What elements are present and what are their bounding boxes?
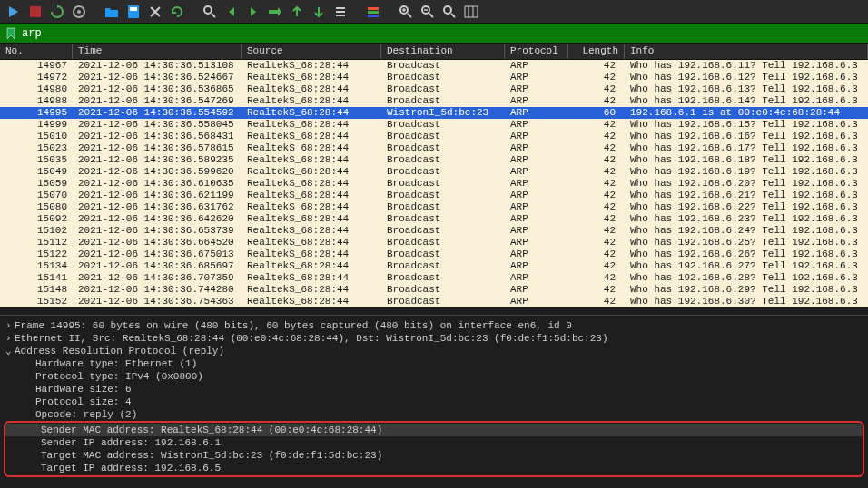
svg-point-2 (77, 10, 81, 14)
header-destination[interactable]: Destination (381, 44, 505, 59)
detail-arp-header[interactable]: ⌄Address Resolution Protocol (reply) (0, 345, 868, 357)
svg-line-22 (451, 14, 455, 17)
packet-row[interactable]: 150492021-12-06 14:30:36.599620RealtekS_… (0, 166, 868, 178)
svg-point-21 (444, 6, 451, 14)
packet-row[interactable]: 151482021-12-06 14:30:36.744280RealtekS_… (0, 284, 868, 296)
save-file-button[interactable] (123, 2, 143, 22)
svg-rect-7 (269, 10, 278, 14)
svg-rect-9 (336, 11, 345, 13)
restart-capture-button[interactable] (47, 2, 67, 22)
go-back-button[interactable] (222, 2, 242, 22)
start-capture-button[interactable] (4, 2, 24, 22)
detail-sender-ip[interactable]: Sender IP address: 192.168.6.1 (5, 436, 863, 449)
resize-columns-button[interactable] (461, 2, 481, 22)
packet-row[interactable]: 150232021-12-06 14:30:36.578615RealtekS_… (0, 142, 868, 154)
go-first-button[interactable] (287, 2, 307, 22)
svg-rect-23 (465, 6, 478, 17)
packet-row[interactable]: 149882021-12-06 14:30:36.547269RealtekS_… (0, 95, 868, 107)
colorize-button[interactable] (363, 2, 383, 22)
packet-row[interactable]: 150702021-12-06 14:30:36.621199RealtekS_… (0, 190, 868, 201)
packet-list-headers: No. Time Source Destination Protocol Len… (0, 44, 868, 60)
detail-target-ip[interactable]: Target IP address: 192.168.6.5 (5, 462, 863, 474)
highlight-box: Sender MAC address: RealtekS_68:28:44 (0… (4, 421, 864, 477)
detail-frame[interactable]: ›Frame 14995: 60 bytes on wire (480 bits… (0, 319, 868, 332)
packet-row[interactable]: 151522021-12-06 14:30:36.754363RealtekS_… (0, 296, 868, 307)
packet-details-pane[interactable]: ›Frame 14995: 60 bytes on wire (480 bits… (0, 315, 868, 488)
close-file-button[interactable] (145, 2, 165, 22)
header-no[interactable]: No. (0, 44, 73, 59)
svg-rect-11 (368, 7, 379, 10)
header-info[interactable]: Info (625, 44, 868, 59)
packet-row[interactable]: 151342021-12-06 14:30:36.685697RealtekS_… (0, 260, 868, 272)
detail-proto-size[interactable]: Protocol size: 4 (0, 395, 868, 408)
packet-row[interactable]: 149802021-12-06 14:30:36.536865RealtekS_… (0, 83, 868, 95)
svg-rect-10 (336, 15, 345, 16)
packet-row[interactable]: 151222021-12-06 14:30:36.675013RealtekS_… (0, 249, 868, 260)
packet-row[interactable]: 149992021-12-06 14:30:36.558045RealtekS_… (0, 119, 868, 131)
find-packet-button[interactable] (200, 2, 220, 22)
packet-row[interactable]: 151022021-12-06 14:30:36.653739RealtekS_… (0, 225, 868, 237)
svg-point-5 (204, 6, 212, 14)
header-time[interactable]: Time (73, 44, 242, 59)
svg-line-19 (429, 14, 433, 17)
packet-row[interactable]: 150592021-12-06 14:30:36.610635RealtekS_… (0, 178, 868, 190)
detail-opcode[interactable]: Opcode: reply (2) (0, 408, 868, 421)
zoom-out-button[interactable] (418, 2, 438, 22)
detail-hw-type[interactable]: Hardware type: Ethernet (1) (0, 357, 868, 370)
packet-row[interactable]: 151122021-12-06 14:30:36.664520RealtekS_… (0, 237, 868, 249)
svg-line-6 (212, 14, 215, 17)
svg-rect-4 (130, 7, 137, 11)
bookmark-filter-icon[interactable] (4, 26, 18, 41)
svg-line-15 (408, 14, 411, 17)
header-source[interactable]: Source (242, 44, 381, 59)
packet-row[interactable]: 150922021-12-06 14:30:36.642620RealtekS_… (0, 213, 868, 225)
svg-rect-8 (336, 7, 345, 9)
main-toolbar (0, 0, 868, 24)
header-protocol[interactable]: Protocol (505, 44, 568, 59)
go-to-packet-button[interactable] (265, 2, 285, 22)
detail-target-mac[interactable]: Target MAC address: WistronI_5d:bc:23 (f… (5, 449, 863, 462)
packet-row[interactable]: 151412021-12-06 14:30:36.707359RealtekS_… (0, 272, 868, 284)
packet-row[interactable]: 149722021-12-06 14:30:36.524667RealtekS_… (0, 72, 868, 83)
svg-rect-13 (368, 15, 379, 17)
reload-file-button[interactable] (167, 2, 187, 22)
packet-list[interactable]: 149672021-12-06 14:30:36.513108RealtekS_… (0, 60, 868, 315)
display-filter-bar (0, 24, 868, 44)
display-filter-input[interactable] (22, 27, 864, 40)
detail-proto-type[interactable]: Protocol type: IPv4 (0x0800) (0, 370, 868, 383)
packet-row[interactable]: 150802021-12-06 14:30:36.631762RealtekS_… (0, 201, 868, 213)
packet-row[interactable]: 149952021-12-06 14:30:36.554592RealtekS_… (0, 107, 868, 119)
open-file-button[interactable] (102, 2, 122, 22)
svg-rect-0 (30, 6, 41, 17)
packet-row[interactable]: 150102021-12-06 14:30:36.568431RealtekS_… (0, 131, 868, 142)
packet-row[interactable]: 150352021-12-06 14:30:36.589235RealtekS_… (0, 154, 868, 166)
detail-sender-mac[interactable]: Sender MAC address: RealtekS_68:28:44 (0… (5, 424, 863, 436)
go-last-button[interactable] (309, 2, 329, 22)
detail-ethernet[interactable]: ›Ethernet II, Src: RealtekS_68:28:44 (00… (0, 332, 868, 345)
auto-scroll-button[interactable] (330, 2, 350, 22)
zoom-in-button[interactable] (396, 2, 416, 22)
header-length[interactable]: Length (568, 44, 625, 59)
capture-options-button[interactable] (69, 2, 89, 22)
zoom-reset-button[interactable] (439, 2, 459, 22)
stop-capture-button[interactable] (25, 2, 45, 22)
go-forward-button[interactable] (243, 2, 263, 22)
detail-hw-size[interactable]: Hardware size: 6 (0, 383, 868, 395)
packet-row[interactable]: 149672021-12-06 14:30:36.513108RealtekS_… (0, 60, 868, 72)
svg-rect-12 (368, 11, 379, 14)
